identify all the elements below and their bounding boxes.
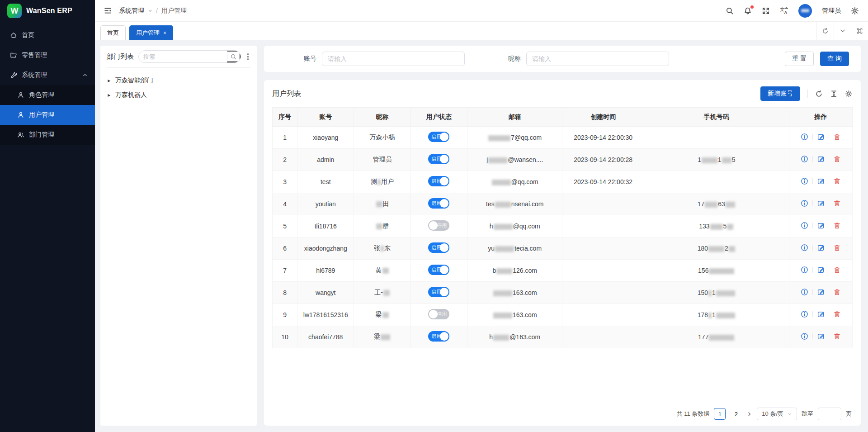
row-info-button[interactable] [801,199,808,207]
account-input[interactable] [322,52,465,66]
row-edit-button[interactable] [817,133,825,141]
edit-icon [817,266,825,274]
row-edit-button[interactable] [817,199,825,207]
cell-actions [789,215,852,237]
row-edit-button[interactable] [817,310,825,318]
status-toggle[interactable]: 启用 [428,198,449,209]
row-info-button[interactable] [801,222,808,229]
avatar[interactable] [798,4,812,18]
sidebar-item-home[interactable]: 首页 [0,25,95,45]
page-size-select[interactable]: 10 条/页 [757,408,797,420]
page-button-1[interactable]: 1 [714,408,726,420]
content: 部门列表 ▶ 万森智能部门 ▶ 万森机器人 [95,40,868,432]
fullscreen-icon[interactable] [762,7,770,15]
row-delete-button[interactable] [833,155,841,163]
status-toggle[interactable]: 启用 [428,287,449,297]
translate-icon[interactable]: 文A [780,6,788,15]
cell-actions [789,282,852,304]
row-delete-button[interactable] [833,222,841,229]
query-button[interactable]: 查 询 [820,52,849,66]
edit-icon [817,177,825,185]
row-info-button[interactable] [801,310,808,318]
row-edit-button[interactable] [817,244,825,252]
notification-bell[interactable] [744,7,752,15]
department-search-input[interactable] [139,53,227,60]
row-edit-button[interactable] [817,155,825,163]
column-height-icon[interactable] [830,90,838,98]
row-delete-button[interactable] [833,310,841,318]
caret-right-icon[interactable]: ▶ [108,93,110,97]
status-toggle[interactable]: 启用 [428,265,449,275]
action-divider [812,223,813,228]
row-edit-button[interactable] [817,222,825,229]
more-options-icon[interactable] [245,52,250,62]
jump-page-input[interactable] [818,408,841,420]
jump-label: 跳至 [802,410,813,418]
row-delete-button[interactable] [833,332,841,340]
row-info-button[interactable] [801,177,808,185]
info-icon [801,199,808,207]
row-info-button[interactable] [801,266,808,274]
sidebar-item-retail[interactable]: 零售管理 [0,45,95,65]
page-button-2[interactable]: 2 [730,408,742,420]
search-icon[interactable] [726,7,734,15]
redacted-text [710,224,723,230]
status-toggle[interactable]: 停用 [428,220,449,231]
sidebar-item-system[interactable]: 系统管理 [0,65,95,85]
next-page-button[interactable] [746,411,752,417]
sidebar-item-dept[interactable]: 部门管理 [0,125,95,145]
row-edit-button[interactable] [817,288,825,296]
tab-home[interactable]: 首页 [100,25,126,40]
department-tree-item[interactable]: ▶ 万森机器人 [108,88,249,102]
row-edit-button[interactable] [817,177,825,185]
action-divider [829,311,829,317]
status-toggle[interactable]: 启用 [428,242,449,253]
row-info-button[interactable] [801,332,808,340]
row-info-button[interactable] [801,133,808,141]
row-delete-button[interactable] [833,288,841,296]
table-settings-gear-icon[interactable] [845,90,853,98]
caret-right-icon[interactable]: ▶ [108,79,110,83]
chevron-up-icon [82,72,88,78]
tab-options-button[interactable] [834,22,851,40]
department-search-button[interactable] [227,51,241,62]
row-info-button[interactable] [801,288,808,296]
cell-nickname: 测用户 [354,171,410,193]
column-header: 序号 [273,108,297,127]
row-delete-button[interactable] [833,266,841,274]
status-toggle[interactable]: 停用 [428,309,449,319]
row-info-button[interactable] [801,244,808,252]
status-toggle[interactable]: 启用 [428,132,449,142]
row-delete-button[interactable] [833,199,841,207]
row-info-button[interactable] [801,155,808,163]
action-divider [829,245,829,251]
user-name[interactable]: 管理员 [822,7,841,15]
reset-button[interactable]: 重 置 [785,52,814,66]
row-edit-button[interactable] [817,332,825,340]
department-tree-item[interactable]: ▶ 万森智能部门 [108,73,249,88]
refresh-page-button[interactable] [816,22,834,40]
cell-created [562,193,644,215]
row-delete-button[interactable] [833,177,841,185]
add-account-button[interactable]: 新增账号 [760,86,800,101]
tab-user-management[interactable]: 用户管理 × [129,25,173,40]
close-tab-icon[interactable]: × [163,30,166,36]
logo[interactable]: W WanSen ERP [0,0,95,22]
redacted-text [488,157,507,163]
gear-icon[interactable] [851,7,859,15]
sidebar-item-role[interactable]: 角色管理 [0,85,95,105]
row-delete-button[interactable] [833,244,841,252]
row-delete-button[interactable] [833,133,841,141]
collapse-sidebar-icon[interactable] [104,7,112,14]
maximize-content-button[interactable] [851,22,868,40]
refresh-table-icon[interactable] [815,90,823,98]
status-toggle[interactable]: 启用 [428,154,449,164]
status-toggle[interactable]: 启用 [428,176,449,186]
status-toggle[interactable]: 启用 [428,331,449,342]
cell-actions [789,304,852,326]
breadcrumb-level1[interactable]: 系统管理 [119,7,144,15]
sidebar-item-user[interactable]: 用户管理 [0,105,95,125]
row-edit-button[interactable] [817,266,825,274]
cell-phone: 1781 [644,304,789,326]
nickname-input[interactable] [526,52,669,66]
